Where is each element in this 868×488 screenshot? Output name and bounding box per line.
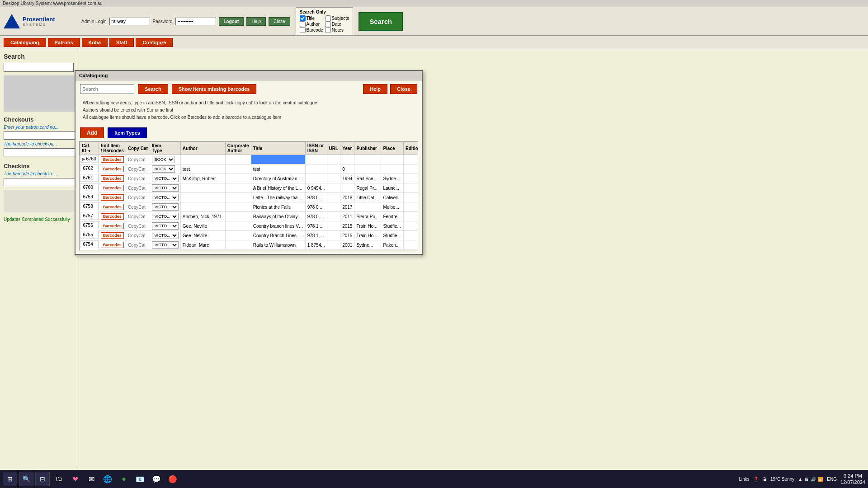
search-sidebar-input[interactable] [4,63,74,72]
dialog-search-button[interactable]: Search [138,84,168,94]
th-cat-id[interactable]: CatID ▼ [80,142,99,155]
th-year[interactable]: Year [340,142,354,155]
item-type-select[interactable]: BOOK [152,165,175,173]
td-author: Gee, Neville [180,231,225,240]
td-edition [404,183,419,193]
td-barcodes[interactable]: Barcodes [99,164,126,174]
taskbar-store-icon[interactable]: ❤ [68,472,82,486]
barcodes-button[interactable]: Barcodes [101,185,124,191]
taskbar-skype-icon[interactable]: 💬 [149,472,164,486]
th-edit-barcodes[interactable]: Edit Item/ Barcodes [99,142,126,155]
th-url[interactable]: URL [327,142,340,155]
checkout-barcode-input[interactable] [4,148,75,156]
td-barcodes[interactable]: Barcodes [99,174,126,183]
barcodes-button[interactable]: Barcodes [101,213,124,220]
checkin-barcode-input[interactable] [4,178,75,186]
item-type-select[interactable]: VICTO... [152,241,179,249]
td-barcodes[interactable]: Barcodes [99,240,126,250]
tab-cataloguing[interactable]: Cataloguing [4,38,46,47]
taskbar-files-icon[interactable]: 🗂 [52,472,66,486]
th-isbn[interactable]: ISBN orISSN [305,142,327,155]
dialog-missing-barcodes-button[interactable]: Show items missing barcodes [172,84,257,94]
barcodes-button[interactable]: Barcodes [101,232,124,239]
item-type-select[interactable]: VICTO... [152,184,179,192]
td-item-type[interactable]: VICTO... [150,231,180,240]
tab-patrons[interactable]: Patrons [48,38,80,47]
td-item-type[interactable]: BOOK [150,164,180,174]
barcodes-button[interactable]: Barcodes [101,223,124,229]
th-item-type[interactable]: ItemType [150,142,180,155]
barcodes-button[interactable]: Barcodes [101,204,124,210]
tab-koha[interactable]: Koha [82,38,108,47]
barcodes-button[interactable]: Barcodes [101,156,124,163]
td-barcodes[interactable]: Barcodes [99,202,126,212]
main-search-button[interactable]: Search [359,12,403,31]
barcodes-button[interactable]: Barcodes [101,242,124,248]
th-title[interactable]: Title [251,142,305,155]
dialog-help-button[interactable]: Help [363,84,387,94]
taskbar-chrome-icon[interactable]: ● [117,472,131,486]
td-item-type[interactable]: VICTO... [150,240,180,250]
search-option-subjects[interactable]: Subjects [325,15,349,21]
taskbar-mail-icon[interactable]: ✉ [84,472,99,486]
item-type-select[interactable]: VICTO... [152,213,179,220]
search-option-notes[interactable]: Notes [325,27,349,33]
dialog-close-button[interactable]: Close [390,84,417,94]
td-item-type[interactable]: VICTO... [150,221,180,231]
catalogue-table-wrapper[interactable]: CatID ▼ Edit Item/ Barcodes Copy Cat Ite… [79,141,418,250]
th-publisher[interactable]: Publisher [354,142,381,155]
td-item-type[interactable]: VICTO... [150,193,180,202]
patron-card-input[interactable] [4,131,75,140]
taskbar-clock[interactable]: 3:24 PM 12/07/2024 [840,473,865,486]
item-type-select[interactable]: VICTO... [152,222,179,230]
add-button[interactable]: Add [80,127,104,138]
logo-icon [4,14,20,28]
th-corp-author[interactable]: CorporateAuthor [225,142,251,155]
taskbar-mail2-icon[interactable]: 📧 [133,472,147,486]
td-item-type[interactable]: BOOK [150,155,180,164]
help-top-button[interactable]: Help [246,17,266,26]
td-barcodes[interactable]: Barcodes [99,212,126,221]
dialog-search-input[interactable] [80,84,134,94]
search-taskbar-button[interactable]: 🔍 [19,472,33,486]
search-option-author[interactable]: Author [300,21,323,27]
th-place[interactable]: Place [381,142,404,155]
close-top-button[interactable]: Close [269,17,290,26]
systray-up-arrow[interactable]: ▲ [798,477,802,482]
item-type-select[interactable]: BOOK [152,156,175,163]
td-item-type[interactable]: VICTO... [150,212,180,221]
taskbar-help-icon[interactable]: ❓ [753,477,759,482]
tab-staff[interactable]: Staff [109,38,134,47]
td-barcodes[interactable]: Barcodes [99,231,126,240]
th-copy-cat[interactable]: Copy Cat [126,142,150,155]
barcodes-button[interactable]: Barcodes [101,175,124,182]
logo-text: Prosentient SYSTEMS [23,16,55,27]
th-author[interactable]: Author [180,142,225,155]
logout-button[interactable]: Logout [219,17,244,26]
item-types-button[interactable]: Item Types [108,127,147,138]
barcodes-button[interactable]: Barcodes [101,194,124,201]
td-item-type[interactable]: VICTO... [150,174,180,183]
td-item-type[interactable]: VICTO... [150,183,180,193]
taskbar-edge-icon[interactable]: 🌐 [100,472,115,486]
item-type-select[interactable]: VICTO... [152,232,179,239]
th-edition[interactable]: Edition [404,142,419,155]
password-input[interactable] [175,18,216,25]
tab-configure[interactable]: Configure [136,38,173,47]
taskbar-app2-icon[interactable]: 🔴 [165,472,180,486]
item-type-select[interactable]: VICTO... [152,194,179,201]
start-button[interactable]: ⊞ [3,472,17,486]
td-item-type[interactable]: VICTO... [150,202,180,212]
td-barcodes[interactable]: Barcodes [99,155,126,164]
search-option-title[interactable]: Title [300,15,323,21]
admin-input[interactable] [109,18,150,25]
td-barcodes[interactable]: Barcodes [99,193,126,202]
search-option-barcode[interactable]: Barcode [300,27,323,33]
item-type-select[interactable]: VICTO... [152,203,179,211]
taskview-button[interactable]: ⊟ [35,472,50,486]
td-barcodes[interactable]: Barcodes [99,221,126,231]
item-type-select[interactable]: VICTO... [152,175,179,182]
barcodes-button[interactable]: Barcodes [101,166,124,172]
search-option-date[interactable]: Date [325,21,349,27]
td-barcodes[interactable]: Barcodes [99,183,126,193]
